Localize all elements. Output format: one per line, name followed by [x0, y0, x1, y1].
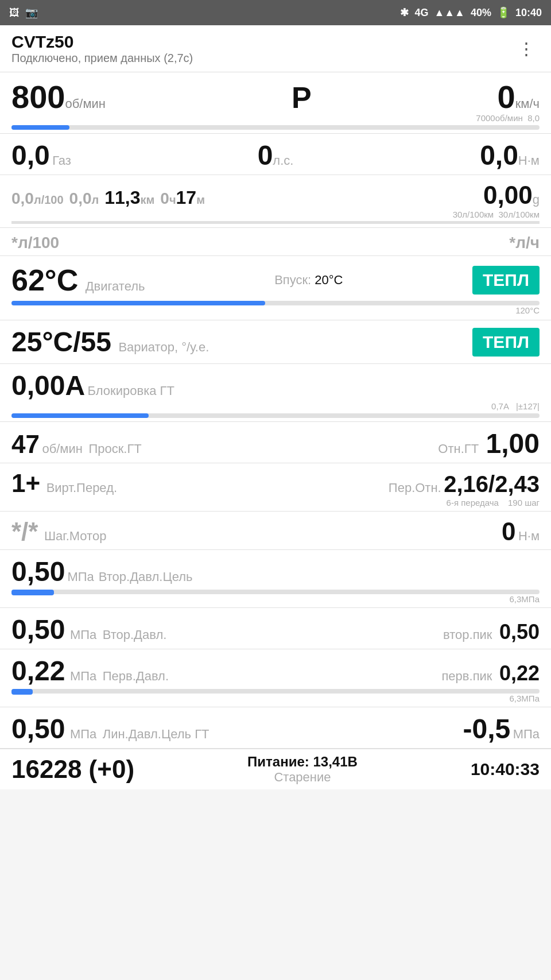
- step-motor-main: */* Шаг.Мотор 0 Н·м: [11, 517, 540, 546]
- line-press-row: 0,50 МПа Лин.Давл.Цель ГТ -0,5 МПа: [0, 707, 551, 749]
- footer-time: 10:40:33: [471, 760, 540, 778]
- block-current-label: Блокировка ГТ: [88, 384, 174, 398]
- sec-press-value: 0,50: [11, 614, 65, 645]
- sec-press-unit: МПа: [70, 627, 96, 642]
- virtual-gear-section: 1+ Вирт.Перед.: [11, 469, 117, 498]
- prim-press-max: 6,3МПа: [510, 694, 540, 703]
- block-sub1: 0,7А: [491, 401, 509, 411]
- sec-press-peak-section: втор.пик 0,50: [443, 620, 540, 644]
- rpm-progress-bar: [11, 125, 69, 130]
- engine-tepl-badge[interactable]: ТЕПЛ: [472, 266, 540, 295]
- gear-ratio-section: Пер.Отн. 2,16/2,43: [389, 471, 540, 497]
- footer-power: Питание: 13,41В: [247, 754, 358, 770]
- g-unit: g: [533, 192, 540, 207]
- line-press-unit: МПа: [70, 727, 96, 741]
- g-section: 0,00g: [483, 181, 540, 210]
- footer-center-section: Питание: 13,41В Старение: [247, 754, 358, 785]
- gas-value: 0,0: [11, 140, 50, 171]
- sec-press-target-unit: МПа: [67, 570, 94, 584]
- hp-section: 0л.с.: [258, 140, 294, 171]
- step-motor-section: */* Шаг.Мотор: [11, 517, 106, 546]
- footer-counter: 16228 (+0): [11, 755, 134, 783]
- intake-section: Впуск: 20°С: [274, 273, 343, 288]
- sec-press-target-main: 0,50 МПа Втор.Давл.Цель: [11, 556, 540, 587]
- variator-tepl-badge[interactable]: ТЕПЛ: [472, 328, 540, 357]
- step-motor-label: Шаг.Мотор: [44, 529, 106, 543]
- engine-temp-label: Двигатель: [86, 279, 145, 293]
- gear-sub1: 6-я передача: [447, 498, 499, 508]
- hp-unit: л.с.: [273, 153, 293, 168]
- gear-section: P: [292, 80, 312, 115]
- gas-label: Газ: [52, 153, 71, 168]
- footer-age-label: Старение: [247, 770, 358, 785]
- stars-row: *л/100 *л/ч: [0, 228, 551, 256]
- gas-section: 0,0 Газ: [11, 140, 71, 171]
- rpm-section: 800об/мин: [11, 78, 106, 115]
- line-press-right-value: -0,5: [463, 714, 510, 744]
- star-right: *л/ч: [509, 234, 540, 252]
- gas-row: 0,0 Газ 0л.с. 0,0Н·м: [0, 134, 551, 175]
- prim-press-section: 0,22 МПа Перв.Давл.: [11, 655, 169, 687]
- block-current-value: 0,00А: [11, 370, 85, 401]
- step-torque-section: 0 Н·м: [502, 517, 540, 546]
- consumption-progress: [11, 221, 540, 224]
- g-value: 0,00: [483, 181, 533, 209]
- rpm-slip-value: 47: [11, 430, 40, 458]
- step-torque-value: 0: [502, 517, 515, 545]
- prim-press-progress-container: [11, 689, 540, 694]
- app-header: CVTz50 Подключено, прием данных (2,7с) ⋮: [0, 25, 551, 72]
- prim-press-peak-value: 0,22: [499, 661, 540, 685]
- variator-value: 25°C/55: [11, 327, 111, 357]
- bluetooth-icon: ✱: [400, 6, 409, 19]
- torque-section: 0,0Н·м: [480, 140, 540, 171]
- variator-section: 25°C/55 Вариатор, °/у.е.: [11, 326, 209, 358]
- gear-sub2: 190 шаг: [508, 498, 540, 508]
- gas-main: 0,0 Газ 0л.с. 0,0Н·м: [11, 140, 540, 171]
- virtual-gear-sub: 6-я передача 190 шаг: [11, 498, 540, 508]
- sec-press-target-sub: 6,3МПа: [11, 594, 540, 604]
- clock: 10:40: [515, 7, 542, 19]
- rpm-slip-label: Проск.ГТ: [88, 441, 141, 456]
- ratio-value: 1,00: [486, 428, 540, 459]
- variator-main: 25°C/55 Вариатор, °/у.е. ТЕПЛ: [11, 326, 540, 358]
- gear-value: P: [292, 81, 312, 114]
- cons-sub2: 30л/100км: [498, 210, 540, 219]
- header-left: CVTz50 Подключено, прием данных (2,7с): [11, 32, 193, 65]
- virtual-gear-main: 1+ Вирт.Перед. Пер.Отн. 2,16/2,43: [11, 469, 540, 498]
- sec-press-target-max: 6,3МПа: [510, 594, 540, 604]
- stars-main: *л/100 *л/ч: [11, 234, 540, 252]
- rpm-slip-section: 47 об/мин Проск.ГТ: [11, 430, 142, 459]
- speed-section: 0км/ч: [498, 78, 540, 115]
- cons-sub1: 30л/100км: [453, 210, 494, 219]
- rpm-slip-unit: об/мин: [42, 441, 83, 456]
- rpm-sub-val: 8,0: [527, 113, 540, 123]
- rpm-unit: об/мин: [65, 96, 106, 111]
- rpm-value: 800: [11, 79, 65, 115]
- menu-button[interactable]: ⋮: [513, 38, 540, 59]
- time-value: 0ч17м: [160, 187, 205, 208]
- rpm-max-label: 7000об/мин: [476, 113, 522, 123]
- footer-power-value: 13,41В: [313, 754, 357, 769]
- sec-press-target-label: Втор.Давл.Цель: [99, 570, 193, 584]
- engine-temp-max: 120°С: [515, 305, 540, 315]
- hp-value: 0: [258, 140, 273, 171]
- app-title: CVTz50: [11, 32, 193, 52]
- data-container: 800об/мин P 0км/ч 7000об/мин 8,0 0,0 Газ: [0, 72, 551, 749]
- engine-temp-value: 62°C: [11, 264, 78, 297]
- camera-icon: 📷: [25, 6, 38, 19]
- consumption-sub: 30л/100км 30л/100км: [11, 210, 540, 219]
- variator-label: Вариатор, °/у.е.: [118, 340, 209, 354]
- engine-temp-progress-container: [11, 301, 540, 305]
- intake-label: Впуск:: [274, 273, 311, 288]
- gear-ratio-value: 2,16/2,43: [444, 471, 540, 497]
- line-press-section: 0,50 МПа Лин.Давл.Цель ГТ: [11, 713, 209, 745]
- block-current-main: 0,00А Блокировка ГТ: [11, 370, 540, 401]
- line-press-value: 0,50: [11, 714, 65, 744]
- block-sub2: |±127|: [516, 401, 540, 411]
- app-subtitle: Подключено, прием данных (2,7с): [11, 52, 193, 65]
- block-current-sub: 0,7А |±127|: [11, 401, 540, 411]
- engine-temp-row: 62°C Двигатель Впуск: 20°С ТЕПЛ 120°С: [0, 256, 551, 320]
- rpm-progress-container: [11, 125, 540, 130]
- engine-temp-sub: 120°С: [11, 305, 540, 315]
- sec-press-target-progress-container: [11, 590, 540, 594]
